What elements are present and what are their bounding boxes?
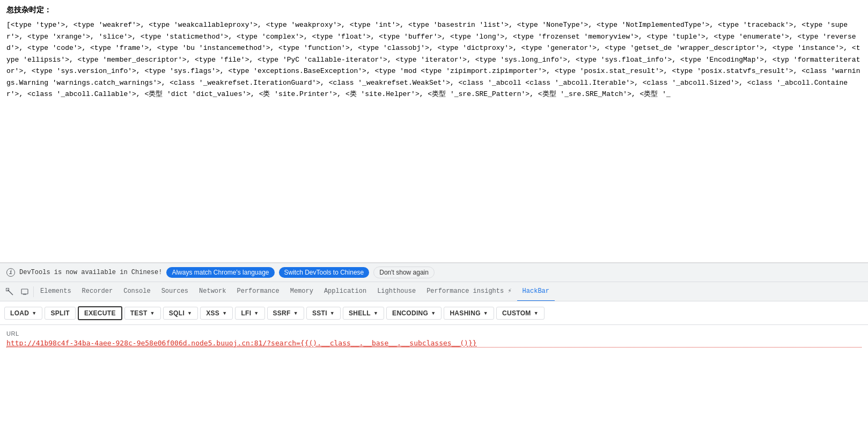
split-button[interactable]: SPLIT	[45, 307, 76, 320]
tab-divider	[33, 286, 34, 297]
custom-button[interactable]: CUSTOM ▼	[496, 307, 545, 320]
test-arrow-icon: ▼	[150, 311, 155, 316]
encoding-button[interactable]: ENCODING ▼	[386, 307, 442, 320]
encoding-arrow-icon: ▼	[431, 311, 436, 316]
tab-console[interactable]: Console	[118, 282, 156, 301]
notification-text: DevTools is now available in Chinese!	[19, 269, 162, 276]
xss-button[interactable]: XSS ▼	[200, 307, 233, 320]
hackbar-toolbar: LOAD ▼ SPLIT EXECUTE TEST ▼ SQLI ▼ XSS ▼…	[0, 301, 868, 325]
execute-button[interactable]: EXECUTE	[78, 306, 122, 320]
url-label: URL	[6, 330, 862, 337]
xss-arrow-icon: ▼	[222, 311, 227, 316]
tab-recorder[interactable]: Recorder	[77, 282, 119, 301]
device-toolbar-icon[interactable]	[17, 287, 32, 296]
ssrf-arrow-icon: ▼	[293, 311, 298, 316]
shell-arrow-icon: ▼	[373, 311, 378, 316]
tab-memory[interactable]: Memory	[285, 282, 319, 301]
lfi-arrow-icon: ▼	[254, 311, 259, 316]
hashing-arrow-icon: ▼	[483, 311, 488, 316]
code-output-area: 忽技杂时定： [<type 'type'>, <type 'weakref'>,…	[0, 0, 868, 263]
devtools-notification-bar: i DevTools is now available in Chinese! …	[0, 263, 868, 282]
tab-network[interactable]: Network	[194, 282, 231, 301]
lfi-button[interactable]: LFI ▼	[235, 307, 264, 320]
tab-elements[interactable]: Elements	[35, 282, 77, 301]
ssti-arrow-icon: ▼	[330, 311, 335, 316]
tab-lighthouse[interactable]: Lighthouse	[372, 282, 421, 301]
svg-rect-5	[21, 289, 28, 294]
devtools-tab-bar: Elements Recorder Console Sources Networ…	[0, 282, 868, 301]
tab-performance-insights[interactable]: Performance insights ⚡	[421, 282, 517, 301]
code-title: 忽技杂时定：	[6, 4, 862, 16]
dont-show-again-button[interactable]: Don't show again	[373, 267, 435, 278]
sqli-arrow-icon: ▼	[187, 311, 192, 316]
switch-to-chinese-button[interactable]: Switch DevTools to Chinese	[279, 267, 370, 278]
hashing-button[interactable]: HASHING ▼	[444, 307, 494, 320]
url-value[interactable]: http://41b98c4f-34ba-4aee-928c-9e58e06f0…	[6, 339, 862, 348]
code-content: [<type 'type'>, <type 'weakref'>, <type …	[6, 19, 862, 100]
tab-performance[interactable]: Performance	[231, 282, 284, 301]
ssti-button[interactable]: SSTI ▼	[306, 307, 341, 320]
load-arrow-icon: ▼	[32, 311, 36, 316]
sqli-button[interactable]: SQLI ▼	[163, 307, 198, 320]
tab-sources[interactable]: Sources	[156, 282, 194, 301]
svg-line-4	[8, 290, 13, 295]
test-button[interactable]: TEST ▼	[124, 307, 161, 320]
ssrf-button[interactable]: SSRF ▼	[267, 307, 304, 320]
load-button[interactable]: LOAD ▼	[4, 307, 42, 320]
always-match-language-button[interactable]: Always match Chrome's language	[166, 267, 274, 278]
tab-hackbar[interactable]: HackBar	[517, 282, 555, 301]
info-icon: i	[6, 268, 15, 277]
custom-arrow-icon: ▼	[534, 311, 539, 316]
inspect-element-icon[interactable]	[2, 287, 17, 296]
svg-rect-6	[23, 294, 26, 295]
shell-button[interactable]: SHELL ▼	[343, 307, 384, 320]
tab-application[interactable]: Application	[319, 282, 372, 301]
url-section: URL http://41b98c4f-34ba-4aee-928c-9e58e…	[0, 325, 868, 350]
